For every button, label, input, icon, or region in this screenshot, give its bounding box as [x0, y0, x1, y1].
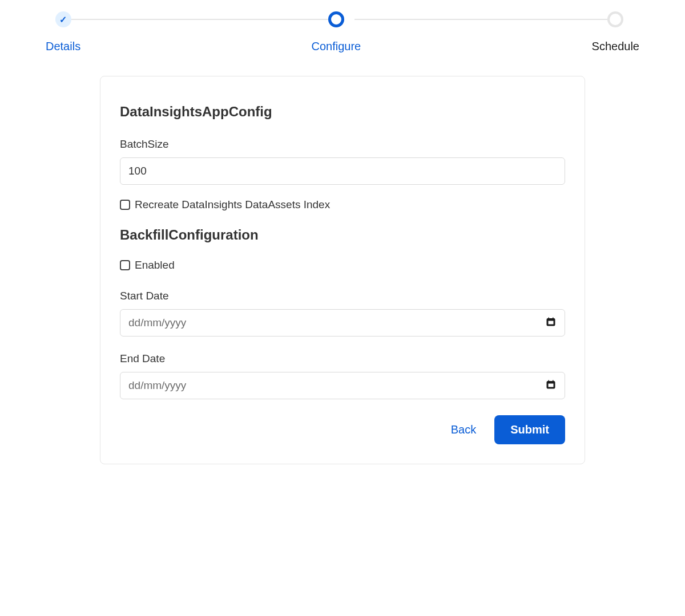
step-configure[interactable]: Configure [312, 11, 361, 53]
step-circle-active [328, 11, 344, 27]
batchsize-input[interactable] [120, 157, 565, 185]
section-title-datainsights: DataInsightsAppConfig [120, 104, 565, 120]
button-row: Back Submit [120, 415, 565, 444]
end-date-label: End Date [120, 352, 565, 365]
step-schedule[interactable]: Schedule [592, 11, 639, 53]
step-label: Details [46, 40, 80, 53]
step-label: Configure [312, 40, 361, 53]
recreate-checkbox[interactable] [120, 200, 130, 210]
check-icon: ✓ [59, 14, 67, 25]
step-details[interactable]: ✓ Details [46, 11, 80, 53]
step-circle-completed: ✓ [55, 11, 71, 27]
start-date-label: Start Date [120, 290, 565, 302]
submit-button[interactable]: Submit [494, 415, 565, 444]
batchsize-label: BatchSize [120, 138, 565, 151]
enabled-checkbox[interactable] [120, 260, 130, 270]
enabled-checkbox-row[interactable]: Enabled [120, 259, 565, 271]
stepper-line [354, 19, 622, 20]
start-date-input[interactable] [120, 309, 565, 337]
back-button[interactable]: Back [446, 416, 481, 443]
end-date-input[interactable] [120, 372, 565, 399]
section-title-backfill: BackfillConfiguration [120, 227, 565, 243]
recreate-checkbox-row[interactable]: Recreate DataInsights DataAssets Index [120, 198, 565, 211]
enabled-checkbox-label: Enabled [135, 259, 175, 271]
stepper-line [63, 19, 331, 20]
stepper: ✓ Details Configure Schedule [40, 11, 645, 53]
form-card: DataInsightsAppConfig BatchSize Recreate… [100, 76, 585, 464]
step-label: Schedule [592, 40, 639, 53]
recreate-checkbox-label: Recreate DataInsights DataAssets Index [135, 198, 330, 211]
step-circle-pending [607, 11, 623, 27]
